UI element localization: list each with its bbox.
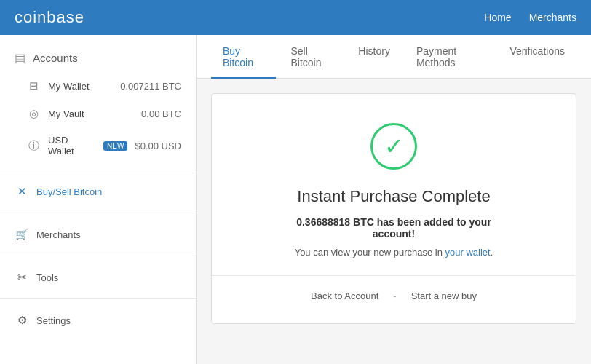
accounts-label: Accounts xyxy=(33,52,78,64)
card-separator: - xyxy=(393,290,396,301)
usd-wallet-badge: NEW xyxy=(103,141,127,151)
vault-label: My Vault xyxy=(48,108,134,119)
sidebar-divider-1 xyxy=(0,170,196,170)
sidebar-divider-2 xyxy=(0,213,196,213)
success-sub: You can view your new purchase in your w… xyxy=(234,247,554,258)
success-title: Instant Purchase Complete xyxy=(234,187,554,206)
success-card: ✓ Instant Purchase Complete 0.36688818 B… xyxy=(211,93,576,324)
vault-icon: ◎ xyxy=(26,107,41,120)
tab-history[interactable]: History xyxy=(346,35,402,79)
usd-icon: ⓘ xyxy=(26,139,41,153)
sidebar-item-tools[interactable]: ✂ Tools xyxy=(0,262,196,293)
checkmark-icon: ✓ xyxy=(384,135,404,158)
home-link[interactable]: Home xyxy=(484,12,511,23)
sidebar-item-merchants[interactable]: 🛒 Merchants xyxy=(0,219,196,250)
tools-icon: ✂ xyxy=(15,271,29,284)
period: . xyxy=(491,247,493,258)
sidebar: ▤ Accounts ⊟ My Wallet 0.007211 BTC ◎ My… xyxy=(0,35,197,364)
wallet-link[interactable]: your wallet xyxy=(445,247,491,258)
folder-icon: ▤ xyxy=(15,51,25,65)
wallet-label: My Wallet xyxy=(48,81,113,92)
logo: coinbase xyxy=(15,8,84,27)
wallet-icon: ⊟ xyxy=(26,79,41,92)
buysell-icon: ✕ xyxy=(15,185,29,198)
topnav-links: Home Merchants xyxy=(484,12,576,23)
settings-icon: ⚙ xyxy=(15,314,29,327)
tab-verifications[interactable]: Verifications xyxy=(499,35,576,79)
start-new-buy-link[interactable]: Start a new buy xyxy=(411,290,477,301)
accounts-section: ▤ Accounts xyxy=(0,41,196,72)
usd-wallet-value: $0.00 USD xyxy=(135,141,181,151)
sidebar-item-settings[interactable]: ⚙ Settings xyxy=(0,305,196,336)
view-text: You can view your new purchase in xyxy=(295,247,445,258)
content-area: Buy Bitcoin Sell Bitcoin History Payment… xyxy=(197,35,591,364)
merchants-link[interactable]: Merchants xyxy=(529,12,576,23)
sidebar-item-vault[interactable]: ◎ My Vault 0.00 BTC xyxy=(0,100,196,127)
tab-payment-methods[interactable]: Payment Methods xyxy=(405,35,496,79)
usd-wallet-label: USD Wallet xyxy=(48,135,92,157)
tools-label: Tools xyxy=(36,272,58,283)
sidebar-item-usd-wallet[interactable]: ⓘ USD Wallet NEW $0.00 USD xyxy=(0,127,196,164)
buysell-label: Buy/Sell Bitcoin xyxy=(36,186,102,197)
success-circle: ✓ xyxy=(370,123,417,170)
tab-sell-bitcoin[interactable]: Sell Bitcoin xyxy=(279,35,344,79)
sidebar-divider-4 xyxy=(0,298,196,299)
tabs: Buy Bitcoin Sell Bitcoin History Payment… xyxy=(197,35,591,79)
card-actions: Back to Account - Start a new buy xyxy=(234,290,554,301)
amount-line2: account! xyxy=(373,228,415,240)
main-layout: ▤ Accounts ⊟ My Wallet 0.007211 BTC ◎ My… xyxy=(0,35,591,364)
merchants-icon: 🛒 xyxy=(15,228,29,241)
card-divider xyxy=(212,275,576,276)
sidebar-item-wallet[interactable]: ⊟ My Wallet 0.007211 BTC xyxy=(0,72,196,100)
tab-buy-bitcoin[interactable]: Buy Bitcoin xyxy=(211,35,276,79)
sidebar-item-buysell[interactable]: ✕ Buy/Sell Bitcoin xyxy=(0,176,196,207)
sidebar-divider-3 xyxy=(0,256,196,256)
back-to-account-link[interactable]: Back to Account xyxy=(311,290,378,301)
vault-value: 0.00 BTC xyxy=(141,108,181,119)
topnav: coinbase Home Merchants xyxy=(0,0,591,35)
wallet-value: 0.007211 BTC xyxy=(120,81,181,92)
amount-line1: 0.36688818 BTC has been added to your xyxy=(296,216,491,228)
settings-label: Settings xyxy=(36,315,71,326)
success-amount: 0.36688818 BTC has been added to your ac… xyxy=(234,216,554,240)
merchants-label: Merchants xyxy=(36,229,81,240)
